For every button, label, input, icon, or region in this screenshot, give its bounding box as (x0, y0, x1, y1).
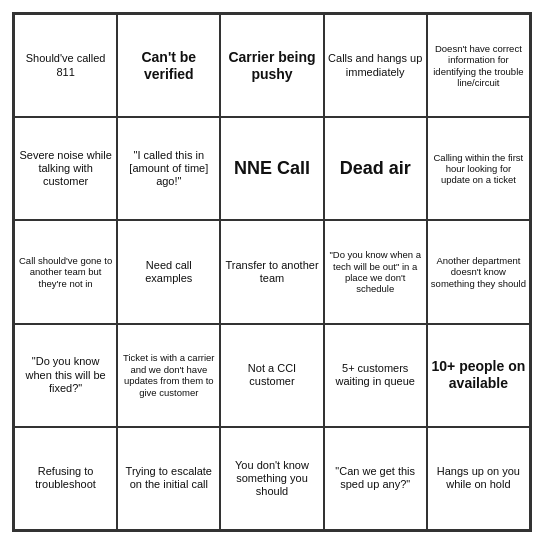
bingo-cell-text: Doesn't have correct information for ide… (431, 43, 526, 89)
bingo-cell-text: Should've called 811 (18, 52, 113, 78)
bingo-cell-text: Carrier being pushy (224, 49, 319, 83)
bingo-cell-r1c2[interactable]: NNE Call (220, 117, 323, 220)
bingo-cell-r1c1[interactable]: "I called this in [amount of time] ago!" (117, 117, 220, 220)
bingo-cell-r3c3[interactable]: 5+ customers waiting in queue (324, 324, 427, 427)
bingo-cell-r1c4[interactable]: Calling within the first hour looking fo… (427, 117, 530, 220)
bingo-cell-r4c1[interactable]: Trying to escalate on the initial call (117, 427, 220, 530)
bingo-cell-text: "Can we get this sped up any?" (328, 465, 423, 491)
bingo-cell-text: "Do you know when this will be fixed?" (18, 355, 113, 395)
bingo-cell-r1c3[interactable]: Dead air (324, 117, 427, 220)
bingo-cell-text: Refusing to troubleshoot (18, 465, 113, 491)
bingo-cell-r4c4[interactable]: Hangs up on you while on hold (427, 427, 530, 530)
bingo-cell-text: NNE Call (234, 158, 310, 180)
bingo-cell-text: Can't be verified (121, 49, 216, 83)
bingo-cell-text: Transfer to another team (224, 259, 319, 285)
bingo-cell-text: "I called this in [amount of time] ago!" (121, 149, 216, 189)
bingo-cell-r3c1[interactable]: Ticket is with a carrier and we don't ha… (117, 324, 220, 427)
bingo-cell-text: Call should've gone to another team but … (18, 255, 113, 289)
bingo-cell-r2c1[interactable]: Need call examples (117, 220, 220, 323)
bingo-cell-r3c0[interactable]: "Do you know when this will be fixed?" (14, 324, 117, 427)
bingo-cell-text: Calls and hangs up immediately (328, 52, 423, 78)
bingo-cell-text: 5+ customers waiting in queue (328, 362, 423, 388)
bingo-cell-r0c1[interactable]: Can't be verified (117, 14, 220, 117)
bingo-cell-r3c4[interactable]: 10+ people on available (427, 324, 530, 427)
bingo-cell-r0c2[interactable]: Carrier being pushy (220, 14, 323, 117)
bingo-cell-text: 10+ people on available (431, 358, 526, 392)
bingo-cell-r0c0[interactable]: Should've called 811 (14, 14, 117, 117)
bingo-cell-text: Ticket is with a carrier and we don't ha… (121, 352, 216, 398)
bingo-cell-text: You don't know something you should (224, 459, 319, 499)
bingo-grid: Should've called 811Can't be verifiedCar… (14, 14, 530, 530)
bingo-cell-r4c2[interactable]: You don't know something you should (220, 427, 323, 530)
bingo-cell-text: Hangs up on you while on hold (431, 465, 526, 491)
bingo-cell-text: Need call examples (121, 259, 216, 285)
bingo-cell-text: "Do you know when a tech will be out" in… (328, 249, 423, 295)
bingo-cell-r2c4[interactable]: Another department doesn't know somethin… (427, 220, 530, 323)
bingo-board: Should've called 811Can't be verifiedCar… (12, 12, 532, 532)
bingo-cell-text: Another department doesn't know somethin… (431, 255, 526, 289)
bingo-cell-r2c0[interactable]: Call should've gone to another team but … (14, 220, 117, 323)
bingo-cell-text: Calling within the first hour looking fo… (431, 152, 526, 186)
bingo-cell-r2c3[interactable]: "Do you know when a tech will be out" in… (324, 220, 427, 323)
bingo-cell-r4c0[interactable]: Refusing to troubleshoot (14, 427, 117, 530)
bingo-cell-r0c4[interactable]: Doesn't have correct information for ide… (427, 14, 530, 117)
bingo-cell-r4c3[interactable]: "Can we get this sped up any?" (324, 427, 427, 530)
bingo-cell-r1c0[interactable]: Severe noise while talking with customer (14, 117, 117, 220)
bingo-cell-text: Not a CCI customer (224, 362, 319, 388)
bingo-cell-text: Severe noise while talking with customer (18, 149, 113, 189)
bingo-cell-text: Trying to escalate on the initial call (121, 465, 216, 491)
bingo-cell-r3c2[interactable]: Not a CCI customer (220, 324, 323, 427)
bingo-cell-r0c3[interactable]: Calls and hangs up immediately (324, 14, 427, 117)
bingo-cell-text: Dead air (340, 158, 411, 180)
bingo-cell-r2c2[interactable]: Transfer to another team (220, 220, 323, 323)
